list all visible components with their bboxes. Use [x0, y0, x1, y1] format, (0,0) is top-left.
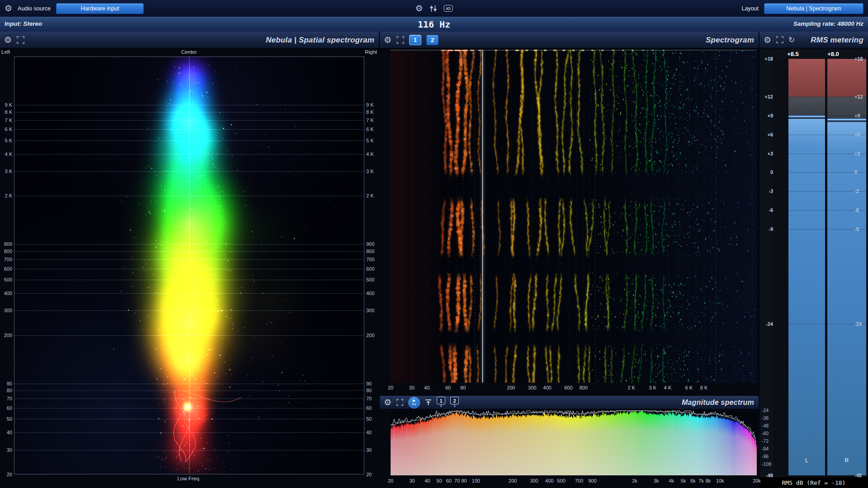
- spatial-freq-tick-right: 800: [366, 249, 379, 254]
- magnitude-freq-tick: 40: [425, 478, 430, 483]
- magnitude-spectrum-plot[interactable]: [391, 410, 757, 475]
- spatial-freq-tick-right: 600: [366, 266, 379, 272]
- hardware-input-button[interactable]: Hardware input: [56, 3, 144, 14]
- magnitude-freq-tick: 30: [409, 478, 415, 483]
- spatial-freq-tick-right: 700: [366, 257, 379, 262]
- spatial-spectrogram-plot[interactable]: [14, 56, 364, 474]
- live-label: live: [412, 403, 416, 406]
- spectrogram-view-2-button[interactable]: 2: [426, 35, 439, 45]
- top-toolbar: ⚙ Audio source Hardware input ⚙ IO Layou…: [0, 0, 868, 17]
- rms-panel-title: RMS metering: [811, 32, 863, 48]
- rms-zone-red: [788, 59, 825, 97]
- magnitude-freq-tick: 60: [446, 478, 452, 483]
- channel-label-left: L: [788, 457, 825, 464]
- magnitude-freq-tick: 5k: [681, 478, 686, 483]
- spatial-freq-tick-left: 4 K: [0, 151, 12, 157]
- rms-db-tick-left: -9: [760, 226, 773, 232]
- channel-label-right: R: [827, 457, 866, 464]
- gear-icon[interactable]: ⚙: [384, 398, 392, 407]
- spectrogram-plot[interactable]: [391, 50, 757, 383]
- rms-db-tick-right: -24: [854, 321, 862, 327]
- spectrogram-freq-tick: 4 K: [664, 385, 672, 390]
- align-top-icon[interactable]: [425, 399, 432, 406]
- rms-db-tick-left: -6: [760, 207, 773, 213]
- magnitude-freq-tick: 8k: [706, 478, 711, 483]
- rms-db-tick-left: +6: [760, 132, 773, 137]
- fullscreen-icon[interactable]: [17, 36, 24, 44]
- spatial-freq-tick-right: 5 K: [366, 138, 379, 143]
- mag-curve-1-group: 1 +: [437, 397, 445, 408]
- fullscreen-icon[interactable]: [776, 36, 783, 43]
- spatial-freq-tick-left: 30: [0, 447, 12, 453]
- audio-source-label: Audio source: [18, 5, 51, 12]
- rms-panel-header: ⚙ ↻ RMS metering: [760, 32, 868, 48]
- layout-label[interactable]: Layout: [741, 5, 759, 12]
- magnitude-freq-tick: 500: [557, 478, 565, 483]
- spatial-freq-tick-right: 40: [366, 430, 379, 435]
- mag-curve-1-add-icon[interactable]: +: [440, 404, 443, 408]
- io-routing-icon[interactable]: IO: [444, 5, 453, 12]
- magnitude-freq-tick: 900: [588, 478, 596, 483]
- spatial-freq-tick-left: 20: [0, 472, 12, 477]
- magnitude-db-tick: -24: [762, 408, 769, 413]
- rms-zone-peak: [827, 119, 866, 120]
- faders-icon[interactable]: [429, 5, 438, 12]
- magnitude-spectrum-panel: ⚙ ▶ live 1 + 2 + Magnitude spectrum 2030…: [380, 396, 759, 488]
- magnitude-panel-title: Magnitude spectrum: [682, 396, 754, 409]
- spatial-freq-tick-left: 2 K: [0, 193, 12, 198]
- spatial-freq-tick-left: 50: [0, 416, 12, 422]
- audio-source-group: ⚙ Audio source Hardware input: [5, 0, 144, 17]
- rms-db-tick-right: 0: [854, 169, 857, 175]
- spectrogram-view-1-button[interactable]: 1: [409, 35, 421, 45]
- fullscreen-icon[interactable]: [396, 399, 403, 406]
- magnitude-freq-tick: 200: [509, 478, 517, 483]
- magnitude-freq-tick: 2k: [632, 478, 637, 483]
- spatial-panel-title: Nebula | Spatial spectrogram: [266, 32, 374, 48]
- magnitude-freq-tick: 20: [388, 478, 393, 483]
- rms-db-tick-right: +3: [854, 151, 860, 156]
- magnitude-freq-tick: 300: [530, 478, 538, 483]
- play-icon: ▶: [413, 399, 415, 403]
- rms-db-tick-right: +18: [854, 56, 863, 61]
- layout-preset-button[interactable]: Nebula | Spectrogram: [764, 3, 863, 14]
- gear-icon[interactable]: ⚙: [4, 36, 12, 44]
- magnitude-freq-tick: 20k: [753, 478, 761, 483]
- gear-icon[interactable]: ⚙: [764, 36, 771, 44]
- spectrogram-frequency-axis: 20304060802003004006008002 K3 K4 K6 K8 K: [380, 384, 759, 394]
- spectrogram-freq-tick: 30: [409, 385, 415, 390]
- spectrogram-freq-tick: 40: [424, 385, 429, 390]
- rms-zone-red: [827, 59, 866, 97]
- spectrogram-freq-tick: 300: [528, 385, 536, 390]
- spatial-freq-tick-right: 400: [366, 291, 379, 296]
- rms-db-tick-left: -3: [760, 188, 773, 194]
- spatial-freq-tick-right: 3 K: [366, 169, 379, 174]
- spatial-freq-tick-right: 30: [366, 447, 379, 453]
- app-window: ⚙ Audio source Hardware input ⚙ IO Layou…: [0, 0, 868, 488]
- spectrogram-freq-tick: 8 K: [700, 385, 708, 390]
- rms-db-tick-right: -3: [854, 188, 859, 194]
- gear-icon[interactable]: ⚙: [5, 4, 12, 13]
- spatial-freq-tick-right: 80: [366, 388, 379, 393]
- gear-icon[interactable]: ⚙: [384, 36, 392, 44]
- reset-refresh-icon[interactable]: ↻: [788, 36, 795, 44]
- fullscreen-icon[interactable]: [396, 36, 404, 44]
- spectrogram-freq-tick: 20: [388, 385, 393, 390]
- spatial-spectrogram-panel: ⚙ Nebula | Spatial spectrogram Left Cent…: [0, 32, 379, 488]
- spatial-freq-tick-left: 900: [0, 241, 12, 247]
- spatial-freq-tick-left: 5 K: [0, 138, 12, 143]
- mag-curve-2-add-icon[interactable]: +: [453, 404, 456, 408]
- settings-gear-icon[interactable]: ⚙: [415, 4, 423, 13]
- rms-meter-right: R: [827, 59, 866, 475]
- rms-footer: RMS dB (Ref = -18): [760, 477, 868, 488]
- spectrogram-freq-tick: 6 K: [685, 385, 693, 390]
- live-play-button[interactable]: ▶ live: [408, 397, 420, 408]
- spatial-freq-tick-right: 9 K: [366, 102, 379, 108]
- magnitude-freq-tick: 6k: [690, 478, 696, 483]
- spectrogram-panel-title: Spectrogram: [706, 32, 754, 48]
- pan-axis-right-label: Right: [365, 49, 377, 55]
- magnitude-freq-tick: 3k: [654, 478, 659, 483]
- rms-zone-peak: [788, 116, 825, 117]
- rms-zone-bar: [827, 122, 866, 475]
- magnitude-db-tick: -84: [762, 446, 769, 451]
- spatial-freq-tick-right: 200: [366, 333, 379, 338]
